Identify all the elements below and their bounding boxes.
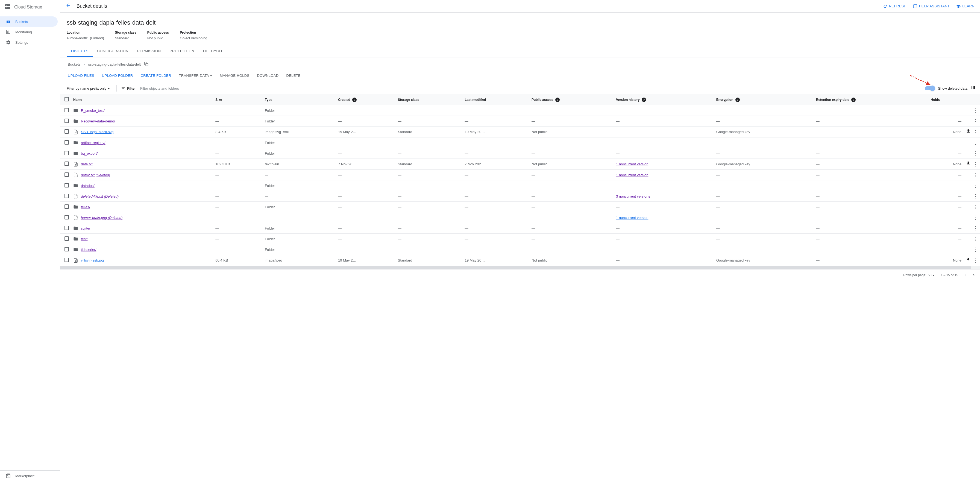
delete-button[interactable]: DELETE	[286, 73, 300, 78]
help-icon[interactable]: ?	[735, 97, 740, 102]
more-actions-icon[interactable]: ⋮	[973, 215, 978, 221]
more-actions-icon[interactable]: ⋮	[973, 258, 978, 263]
more-actions-icon[interactable]: ⋮	[973, 140, 978, 146]
object-name-link[interactable]: tidsserier/	[81, 248, 96, 252]
row-checkbox[interactable]	[65, 172, 69, 177]
more-actions-icon[interactable]: ⋮	[973, 193, 978, 199]
tab-objects[interactable]: OBJECTS	[67, 46, 93, 57]
cell-holds: —	[929, 234, 964, 244]
more-actions-icon[interactable]: ⋮	[973, 172, 978, 178]
breadcrumb-root[interactable]: Buckets	[68, 62, 80, 67]
more-actions-icon[interactable]: ⋮	[973, 225, 978, 231]
row-checkbox[interactable]	[65, 129, 69, 134]
object-name-link[interactable]: deleted-file.txt (Deleted)	[81, 194, 119, 198]
tab-permission[interactable]: PERMISSION	[133, 46, 165, 57]
next-page-button[interactable]: ›	[973, 272, 975, 278]
col-last-modified[interactable]: Last modified	[462, 94, 529, 105]
col-storage-class[interactable]: Storage class	[396, 94, 463, 105]
object-name-link[interactable]: villsvin-ssb.jpg	[81, 258, 104, 262]
object-name-link[interactable]: data2.txt (Deleted)	[81, 173, 110, 177]
object-name-link[interactable]: bq_export/	[81, 151, 97, 156]
help-icon[interactable]: ?	[352, 97, 356, 102]
horizontal-scrollbar[interactable]	[60, 266, 980, 269]
col-holds[interactable]: Holds	[929, 94, 964, 105]
row-checkbox[interactable]	[65, 258, 69, 262]
object-name-link[interactable]: sqlite/	[81, 226, 90, 230]
download-icon[interactable]	[966, 257, 971, 263]
row-checkbox[interactable]	[65, 204, 69, 209]
back-button[interactable]	[65, 3, 71, 10]
more-actions-icon[interactable]: ⋮	[973, 118, 978, 124]
more-actions-icon[interactable]: ⋮	[973, 236, 978, 242]
row-checkbox[interactable]	[65, 108, 69, 112]
download-icon[interactable]	[966, 161, 971, 167]
object-name-link[interactable]: SSB_logo_black.svg	[81, 130, 113, 134]
row-checkbox[interactable]	[65, 161, 69, 166]
download-icon[interactable]	[966, 129, 971, 135]
row-checkbox[interactable]	[65, 226, 69, 230]
more-actions-icon[interactable]: ⋮	[973, 107, 978, 113]
sidebar-item-buckets[interactable]: Buckets	[0, 16, 58, 27]
filter-mode-dropdown[interactable]: Filter by name prefix only ▾	[65, 85, 112, 92]
row-checkbox[interactable]	[65, 183, 69, 188]
object-name-link[interactable]: homer-brain.png (Deleted)	[81, 216, 123, 220]
more-actions-icon[interactable]: ⋮	[973, 247, 978, 253]
create-folder-button[interactable]: CREATE FOLDER	[141, 73, 171, 78]
transfer-data-button[interactable]: TRANSFER DATA ▾	[179, 73, 212, 78]
object-name-link[interactable]: data.txt	[81, 162, 93, 166]
sidebar-marketplace[interactable]: Marketplace	[0, 470, 60, 481]
more-actions-icon[interactable]: ⋮	[973, 204, 978, 210]
sidebar-item-settings[interactable]: Settings	[0, 37, 60, 48]
row-checkbox[interactable]	[65, 215, 69, 220]
object-name-link[interactable]: artifact-registry/	[81, 141, 105, 145]
row-checkbox[interactable]	[65, 140, 69, 145]
col-name[interactable]: Name	[71, 94, 213, 105]
tab-configuration[interactable]: CONFIGURATION	[93, 46, 133, 57]
help-icon[interactable]: ?	[555, 97, 560, 102]
version-link[interactable]: 1 noncurrent version	[616, 162, 649, 166]
more-actions-icon[interactable]: ⋮	[973, 129, 978, 135]
object-name-link[interactable]: datadoc/	[81, 184, 95, 188]
help-assistant-button[interactable]: HELP ASSISTANT	[913, 4, 950, 8]
row-checkbox[interactable]	[65, 119, 69, 123]
refresh-button[interactable]: REFRESH	[883, 4, 907, 8]
help-icon[interactable]: ?	[851, 97, 856, 102]
object-name-link[interactable]: Recovery-data-demo/	[81, 119, 115, 123]
download-button[interactable]: DOWNLOAD	[257, 73, 278, 78]
select-all-checkbox[interactable]	[65, 97, 69, 101]
row-checkbox[interactable]	[65, 194, 69, 198]
tab-protection[interactable]: PROTECTION	[165, 46, 199, 57]
col-encryption[interactable]: Encryption ?	[714, 94, 814, 105]
upload-folder-button[interactable]: UPLOAD FOLDER	[102, 73, 133, 78]
sidebar-item-monitoring[interactable]: Monitoring	[0, 27, 60, 37]
col-type[interactable]: Type	[262, 94, 336, 105]
object-name-link[interactable]: test/	[81, 237, 88, 241]
show-deleted-toggle[interactable]	[925, 86, 935, 90]
more-actions-icon[interactable]: ⋮	[973, 161, 978, 167]
version-link[interactable]: 3 noncurrent versions	[616, 194, 650, 198]
column-display-icon[interactable]	[971, 85, 976, 92]
more-actions-icon[interactable]: ⋮	[973, 150, 978, 156]
filter-input[interactable]	[140, 86, 920, 91]
row-checkbox[interactable]	[65, 151, 69, 155]
prev-page-button[interactable]: ‹	[965, 272, 966, 278]
upload-files-button[interactable]: UPLOAD FILES	[68, 73, 94, 78]
object-name-link[interactable]: R_smoke_test/	[81, 108, 105, 113]
object-name-link[interactable]: felles/	[81, 205, 90, 209]
version-link[interactable]: 1 noncurrent version	[616, 173, 649, 177]
col-public-access[interactable]: Public access ?	[529, 94, 614, 105]
manage-holds-button[interactable]: MANAGE HOLDS	[220, 73, 249, 78]
col-version-history[interactable]: Version history ?	[614, 94, 714, 105]
version-link[interactable]: 1 noncurrent version	[616, 216, 649, 220]
learn-button[interactable]: LEARN	[956, 4, 975, 8]
tab-lifecycle[interactable]: LIFECYCLE	[199, 46, 228, 57]
col-size[interactable]: Size	[213, 94, 262, 105]
row-checkbox[interactable]	[65, 247, 69, 252]
help-icon[interactable]: ?	[642, 97, 646, 102]
more-actions-icon[interactable]: ⋮	[973, 183, 978, 189]
col-retention-expiry-date[interactable]: Retention expiry date ?	[814, 94, 929, 105]
rows-per-page-select[interactable]: 50 ▾	[928, 273, 934, 277]
col-created[interactable]: Created ?	[336, 94, 396, 105]
copy-icon[interactable]	[144, 62, 148, 67]
row-checkbox[interactable]	[65, 236, 69, 241]
